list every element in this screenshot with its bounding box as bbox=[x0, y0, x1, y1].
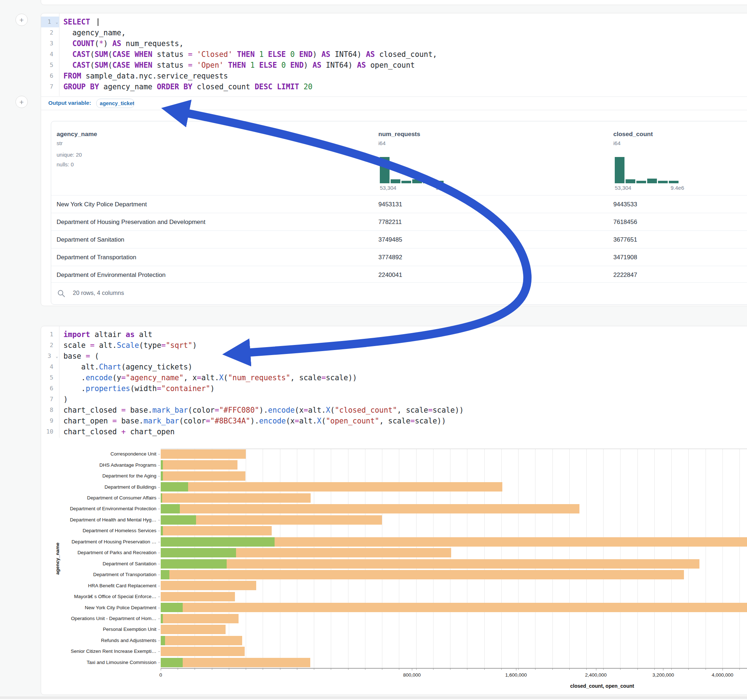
y-axis-tick bbox=[158, 487, 160, 487]
code-line[interactable]: 7GROUP BY agency_name ORDER BY closed_co… bbox=[41, 81, 747, 92]
gridline bbox=[569, 449, 570, 668]
x-axis-tick bbox=[412, 668, 412, 670]
sql-code-editor[interactable]: 1⌄SELECT 2 agency_name,3 COUNT(*) AS num… bbox=[41, 17, 747, 92]
collapse-chevron-icon[interactable]: ⌄ bbox=[56, 351, 58, 362]
open-count-bar bbox=[161, 559, 227, 569]
line-number: 3⌄ bbox=[41, 351, 59, 362]
column-type: i64 bbox=[378, 140, 386, 146]
code-line[interactable]: 9chart_open = base.mark_bar(color="#8BC3… bbox=[41, 416, 747, 426]
code-line[interactable]: 2 agency_name, bbox=[41, 27, 747, 38]
table-cell: 3774892 bbox=[378, 249, 402, 266]
result-table-footer: 20 rows, 4 columns bbox=[51, 282, 747, 304]
column-name[interactable]: closed_count bbox=[613, 131, 653, 138]
line-number: 7 bbox=[41, 394, 59, 405]
line-number: 3 bbox=[41, 38, 59, 49]
y-axis-tick bbox=[158, 652, 160, 652]
output-variable-pill[interactable]: agency_tickets bbox=[96, 99, 135, 108]
table-row: Department of Sanitation37494853677651 bbox=[51, 231, 747, 249]
gridline bbox=[688, 449, 689, 668]
code-line[interactable]: 2scale = alt.Scale(type="sqrt") bbox=[41, 340, 747, 351]
y-axis-label: Taxi and Limousine Commission bbox=[0, 660, 156, 665]
cell-divider bbox=[41, 110, 747, 110]
code-line[interactable]: 1⌄SELECT bbox=[41, 17, 747, 27]
code-line[interactable]: 6 .properties(width="container") bbox=[41, 383, 747, 394]
open-count-bar bbox=[161, 515, 196, 525]
code-text: GROUP BY agency_name ORDER BY closed_cou… bbox=[64, 81, 312, 92]
plot-top-border bbox=[161, 449, 747, 449]
histogram-bar bbox=[669, 181, 679, 183]
line-number: 2 bbox=[41, 27, 59, 38]
code-text: SELECT bbox=[64, 17, 98, 27]
gridline bbox=[552, 449, 553, 668]
y-axis-label: Department of Homeless Services bbox=[0, 528, 156, 534]
code-line[interactable]: 5 .encode(y="agency_name", x=alt.X("num_… bbox=[41, 372, 747, 383]
gridline bbox=[671, 449, 672, 668]
x-axis-tick bbox=[516, 668, 516, 670]
x-axis-tick-label: 1,600,000 bbox=[494, 672, 538, 678]
line-number: 1 bbox=[41, 329, 59, 340]
open-count-bar bbox=[161, 504, 180, 513]
gridline bbox=[212, 449, 212, 668]
code-text: ) bbox=[64, 394, 68, 405]
python-code-editor[interactable]: 1import altair as alt2scale = alt.Scale(… bbox=[41, 329, 747, 437]
open-count-bar bbox=[161, 570, 169, 579]
code-line[interactable]: 4 alt.Chart(agency_tickets) bbox=[41, 362, 747, 372]
histogram-bar bbox=[380, 157, 390, 183]
column-histogram: 53,3049.5e6 bbox=[380, 154, 446, 183]
histogram-bar bbox=[423, 181, 433, 183]
column-name[interactable]: num_requests bbox=[378, 131, 420, 138]
y-axis-label: Department of Health and Mental Hyg… bbox=[0, 517, 156, 523]
table-cell: 3471908 bbox=[613, 249, 637, 266]
add-cell-button-top[interactable]: + bbox=[15, 14, 28, 26]
next-cell-gap bbox=[0, 696, 747, 699]
table-row: Department of Housing Preservation and D… bbox=[51, 213, 747, 231]
histogram-bar bbox=[391, 180, 400, 183]
code-line[interactable]: 5 CAST(SUM(CASE WHEN status = 'Open' THE… bbox=[41, 60, 747, 71]
closed-count-bar bbox=[161, 603, 747, 612]
code-line[interactable]: 7) bbox=[41, 394, 747, 405]
column-histogram: 53,3049.4e6 bbox=[615, 154, 681, 183]
gridline bbox=[433, 449, 434, 668]
closed-count-bar bbox=[161, 504, 579, 513]
code-line[interactable]: 8chart_closed = base.mark_bar(color="#FF… bbox=[41, 405, 747, 416]
table-cell: Department of Housing Preservation and D… bbox=[57, 213, 206, 231]
table-cell: 7618456 bbox=[613, 213, 637, 231]
table-cell: 2240041 bbox=[378, 266, 402, 284]
y-axis-label: Correspondence Unit bbox=[0, 451, 156, 457]
y-axis-tick bbox=[158, 641, 160, 641]
histogram-max-label: 9.4e6 bbox=[671, 185, 684, 191]
code-line[interactable]: 4 CAST(SUM(CASE WHEN status = 'Closed' T… bbox=[41, 49, 747, 60]
column-stat: unique: 20 bbox=[57, 152, 82, 158]
collapse-chevron-icon[interactable]: ⌄ bbox=[56, 17, 58, 28]
table-cell: 9443533 bbox=[613, 196, 637, 213]
code-line[interactable]: 3⌄base = ( bbox=[41, 351, 747, 362]
previous-cell-edge bbox=[41, 0, 747, 5]
table-row: New York City Police Department945313194… bbox=[51, 195, 747, 213]
code-text: CAST(SUM(CASE WHEN status = 'Closed' THE… bbox=[64, 49, 437, 60]
x-axis-tick bbox=[161, 668, 161, 670]
table-cell: 3749485 bbox=[378, 231, 402, 249]
code-text: CAST(SUM(CASE WHEN status = 'Open' THEN … bbox=[64, 60, 415, 71]
y-axis-tick bbox=[158, 520, 160, 520]
gutter-separator bbox=[59, 326, 59, 438]
x-axis-tick bbox=[596, 668, 596, 670]
histogram-bar bbox=[615, 157, 625, 183]
text-caret bbox=[98, 18, 98, 26]
code-line[interactable]: 1import altair as alt bbox=[41, 329, 747, 340]
code-line[interactable]: 10chart_closed + chart_open bbox=[41, 426, 747, 437]
histogram-min-label: 53,304 bbox=[380, 185, 396, 191]
result-table: agency_namestrunique: 20nulls: 0num_requ… bbox=[51, 121, 747, 305]
y-axis-tick bbox=[158, 509, 160, 509]
closed-count-bar bbox=[161, 460, 237, 469]
code-line[interactable]: 3 COUNT(*) AS num_requests, bbox=[41, 38, 747, 49]
cell-divider bbox=[41, 97, 747, 97]
column-name[interactable]: agency_name bbox=[57, 131, 97, 138]
code-line[interactable]: 6FROM sample_data.nyc.service_requests bbox=[41, 71, 747, 81]
search-icon[interactable] bbox=[57, 290, 65, 297]
add-cell-button-middle[interactable]: + bbox=[15, 96, 28, 108]
gridline bbox=[263, 449, 263, 668]
code-text: base = ( bbox=[64, 351, 99, 362]
y-axis-tick bbox=[158, 629, 160, 630]
column-type: str bbox=[57, 140, 63, 146]
y-axis-label: Department for the Aging bbox=[0, 473, 156, 479]
